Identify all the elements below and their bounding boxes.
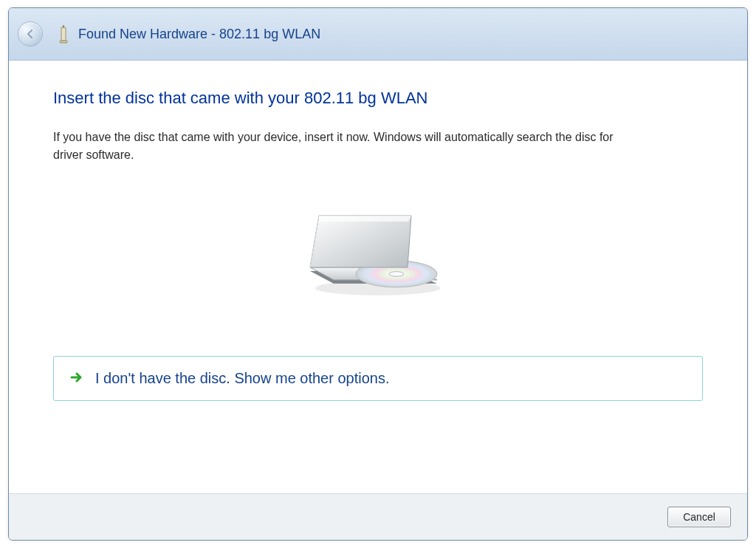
drive-icon	[297, 201, 459, 297]
page-heading: Insert the disc that came with your 802.…	[53, 89, 703, 108]
footer-bar: Cancel	[9, 493, 747, 540]
back-arrow-icon	[24, 28, 36, 40]
header-bar: Found New Hardware - 802.11 bg WLAN	[9, 8, 747, 61]
svg-marker-8	[310, 216, 411, 267]
cancel-button[interactable]: Cancel	[667, 507, 731, 527]
wizard-window: Found New Hardware - 802.11 bg WLAN Inse…	[8, 7, 748, 541]
svg-point-7	[389, 272, 404, 277]
page-description: If you have the disc that came with your…	[53, 128, 636, 164]
window-title: Found New Hardware - 802.11 bg WLAN	[78, 27, 320, 42]
arrow-right-icon	[70, 371, 83, 386]
back-button[interactable]	[18, 21, 43, 47]
content-area: Insert the disc that came with your 802.…	[9, 61, 747, 474]
svg-marker-9	[319, 216, 411, 222]
disc-drive-illustration	[53, 201, 703, 297]
no-disc-label: I don't have the disc. Show me other opt…	[95, 370, 390, 387]
no-disc-option[interactable]: I don't have the disc. Show me other opt…	[53, 356, 703, 401]
svg-rect-2	[63, 25, 64, 28]
hardware-icon	[56, 24, 71, 44]
svg-rect-1	[60, 41, 67, 43]
svg-rect-0	[61, 27, 66, 41]
